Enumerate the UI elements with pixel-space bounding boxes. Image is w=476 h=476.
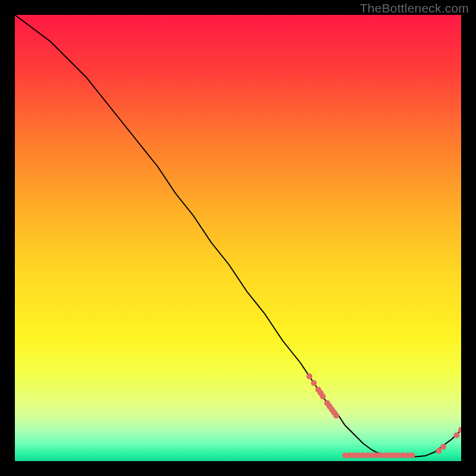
data-point: [454, 433, 460, 439]
watermark-text: TheBottleneck.com: [360, 1, 469, 15]
data-point: [306, 374, 312, 380]
data-point: [440, 444, 446, 450]
data-point: [320, 393, 326, 399]
gradient-background: [15, 15, 461, 461]
data-point: [436, 448, 442, 454]
chart-svg: [15, 15, 461, 461]
chart-frame: TheBottleneck.com: [0, 0, 476, 476]
data-point: [311, 380, 317, 386]
data-point: [409, 452, 415, 458]
data-point: [333, 413, 339, 419]
plot-area: [15, 15, 461, 461]
